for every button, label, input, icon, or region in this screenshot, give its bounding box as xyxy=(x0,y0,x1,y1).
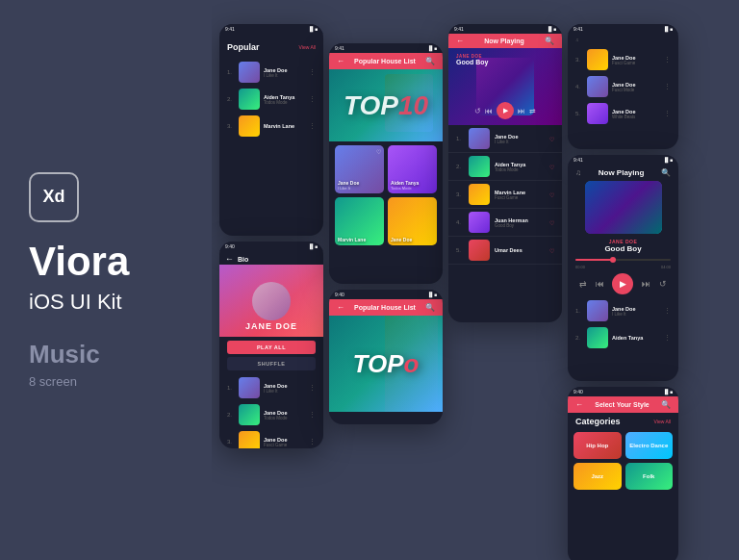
play-btn-sm[interactable]: ▶ xyxy=(497,102,514,119)
status-bar-cat: 9:40 ▐▌■ xyxy=(568,387,678,396)
ps-item-4: 4. Jane Doe Fusci Mode ⋮ xyxy=(568,73,678,100)
more-icon-3[interactable]: ⋮ xyxy=(309,122,316,130)
np-large-header: ♫ Now Playing 🔍 xyxy=(568,165,678,179)
status-bar-np: 9:41 ▐▌■ xyxy=(568,155,678,165)
search-icon[interactable]: 🔍 xyxy=(425,57,435,65)
artists-grid: ♡ Jane Doe I Like It Aiden Tanya Todos M… xyxy=(329,141,443,249)
bio-item-1: 1. Jane Doe I Like It ⋮ xyxy=(219,374,323,401)
thumb-1 xyxy=(239,62,260,83)
shuffle-ctrl[interactable]: ⇄ xyxy=(579,279,587,289)
house-red-header: ← Popular House List 🔍 xyxy=(329,53,443,69)
np-large-art xyxy=(585,181,662,234)
np-album-area: ↺ ⏮ ▶ ⏭ ⇄ JANE DOE Good Boy xyxy=(448,48,562,125)
prev-ctrl[interactable]: ⏮ xyxy=(596,279,604,289)
col-1: 9:41 ▐▌■ Popular View All 1. Jane Doe I … xyxy=(219,24,323,448)
popular-item-3: 3. Marvin Lane ⋮ xyxy=(219,113,323,140)
np-times: 00:00 04:00 xyxy=(568,264,678,270)
search-icon-2[interactable]: 🔍 xyxy=(425,303,435,312)
screen-categories: 9:40 ▐▌■ ← Select Your Style 🔍 Categorie… xyxy=(568,387,678,560)
cat-folk[interactable]: Folk xyxy=(625,463,674,490)
cat-jazz[interactable]: Jazz xyxy=(573,463,622,490)
screen-house-big: 9:41 ▐▌■ ← Popular House List 🔍 TOP10 ♡ xyxy=(329,43,443,284)
screens-wrapper: 9:41 ▐▌■ Popular View All 1. Jane Doe I … xyxy=(219,10,678,550)
categories-title: Categories xyxy=(575,417,621,426)
bio-nav: ← Bio xyxy=(219,251,323,265)
status-bar-3: 9:41 ▐▌■ xyxy=(329,43,443,53)
popular-viewall[interactable]: View All xyxy=(299,44,316,50)
artist-hero: JANE DOE xyxy=(219,265,323,337)
np-bottom-item-1: 1. Jane Doe I Like It ⋮ xyxy=(568,297,678,324)
play-all-btn[interactable]: PLAY ALL xyxy=(227,341,316,354)
brand-screens: 8 screen xyxy=(29,374,221,389)
select-style-title: Select Your Style xyxy=(595,401,650,408)
artist-avatar xyxy=(252,282,291,320)
np-top-header: ← Now Playing 🔍 xyxy=(448,34,562,48)
hero-banner: TOP10 xyxy=(329,69,443,141)
np-controls: ⇄ ⏮ ▶ ⏭ ↺ xyxy=(568,270,678,297)
screen-popular: 9:41 ▐▌■ Popular View All 1. Jane Doe I … xyxy=(219,24,323,236)
back-icon[interactable]: ← xyxy=(225,254,234,264)
repeat-ctrl[interactable]: ↺ xyxy=(659,279,667,289)
cat-search-icon[interactable]: 🔍 xyxy=(661,400,671,409)
back-icon-3[interactable]: ← xyxy=(337,303,344,312)
status-bar-1: 9:41 ▐▌■ xyxy=(219,24,323,34)
cat-back-icon[interactable]: ← xyxy=(575,400,583,409)
brand-subtitle: iOS UI Kit xyxy=(29,290,221,315)
col-2: 9:41 ▐▌■ ← Popular House List 🔍 TOP10 ♡ xyxy=(329,43,443,424)
screen-popular-small: 9:41 ▐▌■ ♫ 3. Jane Doe Fusci Game ⋮ 4. xyxy=(568,24,678,149)
screen-now-playing-list: 9:41 ▐▌■ ← Now Playing 🔍 ↺ ⏮ ▶ xyxy=(448,24,562,322)
shuffle-btn[interactable]: SHUFFLE xyxy=(227,357,316,370)
select-style-header: ← Select Your Style 🔍 xyxy=(568,396,678,413)
np-list-item-2: 2. Aiden Tanya Todos Mode ♡ xyxy=(448,153,562,181)
more-icon[interactable]: ⋮ xyxy=(309,68,316,76)
popular-title: Popular xyxy=(227,42,260,52)
col-4: 9:41 ▐▌■ ♫ 3. Jane Doe Fusci Game ⋮ 4. xyxy=(568,24,678,560)
np-progress xyxy=(568,256,678,264)
np-large-info: JANE DOE Good Boy xyxy=(568,236,678,256)
np-mini-controls: ↺ ⏮ ▶ ⏭ ⇄ xyxy=(474,102,536,119)
screen-now-playing-large: 9:41 ▐▌■ ♫ Now Playing 🔍 JANE DOE Good B… xyxy=(568,155,678,381)
brand-category: Music xyxy=(29,342,221,367)
cat-electro[interactable]: Electro Dance xyxy=(625,432,674,459)
np-back-icon[interactable]: ← xyxy=(456,37,464,45)
thumb-3 xyxy=(239,115,260,137)
popular-item-2: 2. Aiden Tanya Todos Mode ⋮ xyxy=(219,86,323,113)
categories-viewall[interactable]: View All xyxy=(654,419,671,424)
screen-house-small: 9:40 ▐▌■ ← Popular House List 🔍 TOPo xyxy=(329,290,443,424)
house-red-header-2: ← Popular House List 🔍 xyxy=(329,299,443,316)
bio-item-2: 2. Jane Doe Todos Mode ⋮ xyxy=(219,401,323,428)
np-list-item-5: 5. Umar Dees ♡ xyxy=(448,237,562,265)
col-3: 9:41 ▐▌■ ← Now Playing 🔍 ↺ ⏮ ▶ xyxy=(448,24,562,322)
back-icon-2[interactable]: ← xyxy=(337,57,344,65)
artist-name: JANE DOE xyxy=(245,321,297,331)
np-large-search[interactable]: 🔍 xyxy=(661,168,671,177)
np-bottom-item-2: 2. Aiden Tanya ⋮ xyxy=(568,324,678,351)
brand-title: Viora xyxy=(29,242,221,282)
ps-item-3: 3. Jane Doe Fusci Game ⋮ xyxy=(568,46,678,73)
artist-card-4: Jane Doe xyxy=(388,197,437,245)
np-track-label: Good Boy xyxy=(456,59,488,65)
screen-bio: 9:40 ▐▌■ ← Bio JANE DOE PLAY ALL SHUFFLE… xyxy=(219,242,323,448)
np-large-track: Good Boy xyxy=(575,244,671,253)
top10-label: TOP10 xyxy=(344,90,428,121)
house-title: Popular House List xyxy=(354,58,416,64)
np-search-icon[interactable]: 🔍 xyxy=(545,37,554,45)
bio-label: Bio xyxy=(238,256,248,263)
branding-section: Xd Viora iOS UI Kit Music 8 screen xyxy=(29,0,221,560)
more-icon-2[interactable]: ⋮ xyxy=(309,95,316,103)
status-bar-4: 9:41 ▐▌■ xyxy=(448,24,562,34)
artist-card-2: Aiden Tanya Todos Mode xyxy=(388,145,437,193)
next-ctrl[interactable]: ⏭ xyxy=(642,279,650,289)
cat-hiphop[interactable]: Hip Hop xyxy=(573,432,622,459)
np-list-item-1: 1. Jane Doe I Like It ♡ xyxy=(448,125,562,153)
ps-item-5: 5. Jane Doe White Beats ⋮ xyxy=(568,100,678,127)
bio-item-3: 3. Jane Doe Fusci Game ⋮ xyxy=(219,428,323,448)
play-ctrl[interactable]: ▶ xyxy=(612,273,633,294)
artist-card-3: Marvin Lane xyxy=(335,197,384,245)
popular-header: Popular View All xyxy=(219,39,323,55)
np-list-item-4: 4. Juan Herman Good Boy ♡ xyxy=(448,209,562,237)
status-bar-6: 9:40 ▐▌■ xyxy=(329,290,443,299)
np-large-title: Now Playing xyxy=(581,168,661,177)
topo-label: TOPo xyxy=(353,349,420,379)
status-bar-2: 9:40 ▐▌■ xyxy=(219,242,323,251)
